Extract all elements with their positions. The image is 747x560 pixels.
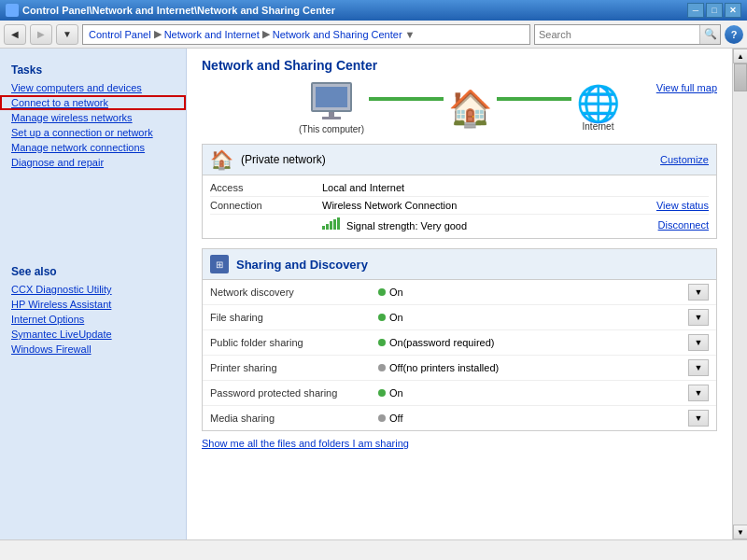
main-layout: Tasks View computers and devices Connect… [0, 49, 747, 539]
content-area: Network and Sharing Center View full map… [187, 49, 732, 539]
close-button[interactable]: ✕ [725, 3, 741, 18]
signal-value: Signal strength: Very good [322, 217, 658, 231]
sidebar-link-internet-options[interactable]: Internet Options [0, 312, 186, 327]
internet-label: Internet [583, 121, 614, 132]
search-input[interactable] [535, 29, 699, 40]
computer-node: (This computer) [299, 82, 364, 134]
sidebar-link-view-computers[interactable]: View computers and devices [0, 80, 186, 95]
sharing-row-label: Public folder sharing [210, 337, 378, 348]
sharing-row-label: Network discovery [210, 287, 378, 298]
connection-value: Wireless Network Connection [322, 200, 656, 211]
network-name: (Private network) [241, 153, 326, 166]
sidebar-link-connect[interactable]: Connect to a network [0, 95, 186, 110]
sharing-dropdown-btn[interactable]: ▼ [688, 309, 709, 326]
bottom-link[interactable]: Show me all the files and folders I am s… [202, 438, 409, 449]
window-title: Control Panel\Network and Internet\Netwo… [22, 5, 335, 16]
network-info-section: 🏠 (Private network) Customize Access Loc… [202, 144, 717, 239]
status-dot-green [378, 389, 386, 397]
sharing-header: ⊞ Sharing and Discovery [203, 249, 716, 280]
sharing-row-value: On [378, 287, 688, 298]
tasks-title: Tasks [0, 58, 186, 80]
signal-row: Signal strength: Very good Disconnect [210, 215, 709, 234]
network-diagram: View full map (This computer) 🏠 [202, 82, 717, 134]
sharing-row-value: Off(no printers installed) [378, 362, 688, 373]
computer-label: (This computer) [299, 124, 364, 134]
sidebar-link-firewall[interactable]: Windows Firewall [0, 342, 186, 357]
sharing-rows: Network discovery On ▼ File sharing On ▼… [203, 280, 716, 430]
breadcrumb: Control Panel ▶ Network and Internet ▶ N… [82, 24, 530, 45]
sidebar-link-wireless-assistant[interactable]: HP Wireless Assistant [0, 297, 186, 312]
house-node: 🏠 [448, 91, 492, 126]
address-bar: ◀ ▶ ▼ Control Panel ▶ Network and Intern… [0, 21, 747, 49]
globe-icon: 🌐 [576, 86, 620, 121]
sidebar-link-manage-wireless[interactable]: Manage wireless networks [0, 110, 186, 125]
sharing-row: Password protected sharing On ▼ [203, 381, 716, 406]
sidebar-link-manage-connections[interactable]: Manage network connections [0, 140, 186, 155]
view-status-link[interactable]: View status [656, 200, 709, 211]
network-line-2 [497, 97, 571, 101]
page-title: Network and Sharing Center [202, 58, 717, 73]
window-icon [6, 4, 19, 17]
sharing-row-status-text: On(password required) [389, 337, 495, 348]
sharing-icon: ⊞ [210, 255, 229, 273]
sharing-row: Network discovery On ▼ [203, 280, 716, 305]
minimize-button[interactable]: ─ [687, 3, 704, 18]
network-line-1 [369, 97, 444, 101]
sharing-dropdown-btn[interactable]: ▼ [688, 410, 709, 427]
maximize-button[interactable]: □ [706, 3, 723, 18]
scroll-up-arrow[interactable]: ▲ [733, 49, 747, 63]
search-button[interactable]: 🔍 [699, 25, 720, 44]
bottom-toolbar [0, 539, 747, 560]
sidebar-link-setup-connection[interactable]: Set up a connection or network [0, 125, 186, 140]
network-info-header: 🏠 (Private network) Customize [203, 145, 716, 175]
sharing-dropdown-btn[interactable]: ▼ [688, 359, 709, 376]
access-row: Access Local and Internet [210, 179, 709, 197]
sidebar-link-diagnose[interactable]: Diagnose and repair [0, 155, 186, 170]
status-dot-green [378, 339, 386, 346]
sidebar-link-ccx[interactable]: CCX Diagnostic Utility [0, 282, 186, 297]
connection-name: Wireless Network Connection [322, 200, 457, 211]
scroll-down-arrow[interactable]: ▼ [733, 525, 747, 539]
back-button[interactable]: ◀ [4, 24, 26, 45]
help-button[interactable]: ? [725, 25, 743, 44]
sharing-row-status-text: On [389, 387, 403, 399]
sharing-row-value: On [378, 312, 688, 323]
status-dot-gray [378, 364, 386, 371]
disconnect-link[interactable]: Disconnect [658, 219, 709, 231]
sharing-dropdown-btn[interactable]: ▼ [688, 385, 709, 401]
window-controls: ─ □ ✕ [687, 3, 741, 18]
sharing-dropdown-btn[interactable]: ▼ [688, 334, 709, 351]
sharing-row: Public folder sharing On(password requir… [203, 330, 716, 356]
breadcrumb-part2[interactable]: Network and Internet [164, 29, 260, 40]
signal-strength: Very good [421, 220, 468, 231]
sidebar-link-symantec[interactable]: Symantec LiveUpdate [0, 327, 186, 342]
internet-node: 🌐 Internet [576, 86, 620, 132]
search-box: 🔍 [534, 24, 721, 45]
house-icon: 🏠 [448, 91, 492, 126]
sharing-row-value: On [378, 387, 688, 399]
breadcrumb-part3[interactable]: Network and Sharing Center [273, 29, 402, 40]
scroll-thumb[interactable] [734, 63, 747, 91]
see-also-title: See also [0, 259, 186, 282]
signal-label: Signal strength: [346, 220, 417, 231]
forward-button[interactable]: ▶ [30, 24, 52, 45]
status-dot-gray [378, 414, 386, 422]
computer-icon [308, 82, 355, 124]
view-full-map-link[interactable]: View full map [656, 82, 717, 93]
bottom-link-area: Show me all the files and folders I am s… [202, 431, 717, 455]
recent-button[interactable]: ▼ [56, 24, 78, 45]
sharing-row-status-text: On [389, 312, 403, 323]
signal-bars [322, 217, 340, 230]
customize-link[interactable]: Customize [660, 154, 709, 165]
sharing-row: Printer sharing Off(no printers installe… [203, 356, 716, 381]
status-dot-green [378, 288, 386, 296]
connection-row: Connection Wireless Network Connection V… [210, 197, 709, 215]
sharing-row: Media sharing Off ▼ [203, 406, 716, 430]
sidebar: Tasks View computers and devices Connect… [0, 49, 187, 539]
sharing-dropdown-btn[interactable]: ▼ [688, 284, 709, 301]
access-value: Local and Internet [322, 182, 709, 193]
sharing-row-status-text: Off(no printers installed) [389, 362, 499, 373]
breadcrumb-part1[interactable]: Control Panel [89, 29, 151, 40]
sharing-title: Sharing and Discovery [236, 258, 368, 272]
sharing-row: File sharing On ▼ [203, 305, 716, 330]
